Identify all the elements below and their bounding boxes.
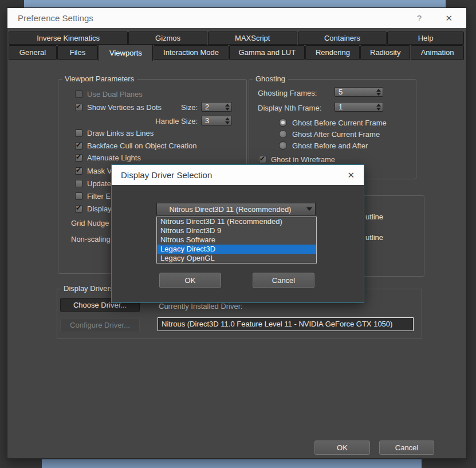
checkbox-icon[interactable] xyxy=(259,156,266,163)
checkbox-icon[interactable] xyxy=(75,154,82,162)
tab-viewports[interactable]: Viewports xyxy=(99,44,153,61)
clipped-outline-label: utline xyxy=(365,233,383,242)
list-item-nitrous-d3d9[interactable]: Nitrous Direct3D 9 xyxy=(157,226,316,235)
list-item-legacy-opengl[interactable]: Legacy OpenGL xyxy=(157,254,316,263)
tab-containers[interactable]: Containers xyxy=(298,32,387,45)
checkbox-ghost-in-wireframe[interactable]: Ghost in Wireframe xyxy=(259,155,335,164)
list-item-nitrous-d3d11[interactable]: Nitrous Direct3D 11 (Recommended) xyxy=(157,217,316,226)
list-item-nitrous-software[interactable]: Nitrous Software xyxy=(157,235,316,245)
page-title: Preference Settings xyxy=(18,8,93,28)
radio-ghost-before-and-after[interactable]: Ghost Before and After xyxy=(279,141,368,150)
tab-rendering[interactable]: Rendering xyxy=(305,45,360,60)
checkbox-backface-cull[interactable]: Backface Cull on Object Creation xyxy=(75,141,196,150)
driver-dialog-title: Display Driver Selection xyxy=(121,165,212,185)
size-label: Size: xyxy=(150,103,198,112)
ghosting-frames-label: Ghosting Frames: xyxy=(258,89,317,97)
ghosting-title: Ghosting xyxy=(253,74,288,83)
installed-driver-label: Currently Installed Driver: xyxy=(159,302,243,310)
checkbox-icon[interactable] xyxy=(75,180,82,187)
background-window-bottom-strip xyxy=(42,458,422,468)
close-icon[interactable]: ✕ xyxy=(445,8,453,28)
tab-general[interactable]: General xyxy=(9,45,57,60)
spinner-arrows-icon[interactable] xyxy=(223,104,231,111)
viewport-parameters-title: Viewport Parameters xyxy=(62,74,137,83)
checkbox-icon[interactable] xyxy=(75,91,82,98)
grid-nudge-label: Grid Nudge D xyxy=(71,219,116,227)
chevron-down-icon[interactable] xyxy=(304,207,315,211)
radio-ghost-before-current-frame[interactable]: Ghost Before Current Frame xyxy=(279,118,387,127)
non-scaling-label: Non-scaling o xyxy=(71,235,117,243)
close-icon[interactable]: ✕ xyxy=(347,165,355,185)
spinner-arrows-icon[interactable] xyxy=(223,117,231,124)
radio-icon[interactable] xyxy=(279,130,287,138)
installed-driver-field: Nitrous (Direct3D 11.0 Feature Level 11 … xyxy=(158,317,414,331)
driver-combobox[interactable]: Nitrous Direct3D 11 (Recommended) xyxy=(156,203,316,215)
checkbox-icon[interactable] xyxy=(75,192,82,200)
radio-icon[interactable] xyxy=(279,119,287,127)
tab-inverse-kinematics[interactable]: Inverse Kinematics xyxy=(9,32,128,45)
tab-animation[interactable]: Animation xyxy=(411,45,464,60)
titlebar: Preference Settings ? ✕ xyxy=(7,8,466,28)
cancel-button[interactable]: Cancel xyxy=(379,441,434,455)
background-window-top-strip xyxy=(24,0,446,7)
checkbox-attenuate-lights[interactable]: Attenuate Lights xyxy=(75,153,141,162)
display-drivers-title: Display Drivers xyxy=(61,284,116,293)
checkbox-icon[interactable] xyxy=(75,167,82,175)
checkbox-icon[interactable] xyxy=(75,129,82,137)
tab-row-top: Inverse Kinematics Gizmos MAXScript Cont… xyxy=(9,32,464,45)
spinner-arrows-icon[interactable] xyxy=(375,104,383,111)
driver-dropdown-list: Nitrous Direct3D 11 (Recommended) Nitrou… xyxy=(156,217,317,264)
list-item-legacy-direct3d[interactable]: Legacy Direct3D xyxy=(157,245,316,254)
checkbox-use-dual-planes[interactable]: Use Dual Planes xyxy=(75,89,143,99)
ok-button[interactable]: OK xyxy=(314,441,370,455)
help-icon[interactable]: ? xyxy=(417,8,422,28)
ghosting-frames-spinner[interactable]: 5 xyxy=(335,87,383,97)
display-nth-frame-label: Display Nth Frame: xyxy=(258,104,321,112)
checkbox-draw-links-as-lines[interactable]: Draw Links as Lines xyxy=(75,128,154,137)
driver-dialog-ok-button[interactable]: OK xyxy=(159,273,221,288)
tab-maxscript[interactable]: MAXScript xyxy=(208,32,297,45)
display-nth-frame-spinner[interactable]: 1 xyxy=(335,102,383,112)
tab-gamma-and-lut[interactable]: Gamma and LUT xyxy=(229,45,305,60)
checkbox-show-vertices-as-dots[interactable]: Show Vertices as Dots xyxy=(75,103,162,112)
configure-driver-button: Configure Driver... xyxy=(60,318,140,332)
tab-help[interactable]: Help xyxy=(387,32,464,45)
radio-ghost-after-current-frame[interactable]: Ghost After Current Frame xyxy=(279,129,380,139)
size-spinner[interactable]: 2 xyxy=(201,102,232,112)
checkbox-icon[interactable] xyxy=(75,104,82,111)
radio-icon[interactable] xyxy=(279,141,287,150)
tab-radiosity[interactable]: Radiosity xyxy=(360,45,410,60)
tab-files[interactable]: Files xyxy=(57,45,98,60)
tab-row-bottom: General Files Viewports Interaction Mode… xyxy=(9,45,464,60)
checkbox-icon[interactable] xyxy=(75,205,82,213)
display-driver-selection-dialog: Display Driver Selection ✕ Nitrous Direc… xyxy=(111,164,364,303)
handle-size-spinner[interactable]: 3 xyxy=(201,116,232,125)
driver-dialog-cancel-button[interactable]: Cancel xyxy=(253,273,314,288)
spinner-arrows-icon[interactable] xyxy=(375,89,383,96)
tab-interaction-mode[interactable]: Interaction Mode xyxy=(154,45,229,60)
clipped-outline-label: utline xyxy=(365,213,383,221)
checkbox-icon[interactable] xyxy=(75,142,82,150)
tab-gizmos[interactable]: Gizmos xyxy=(128,32,207,45)
handle-size-label: Handle Size: xyxy=(137,117,198,125)
driver-dialog-titlebar: Display Driver Selection ✕ xyxy=(112,165,364,185)
